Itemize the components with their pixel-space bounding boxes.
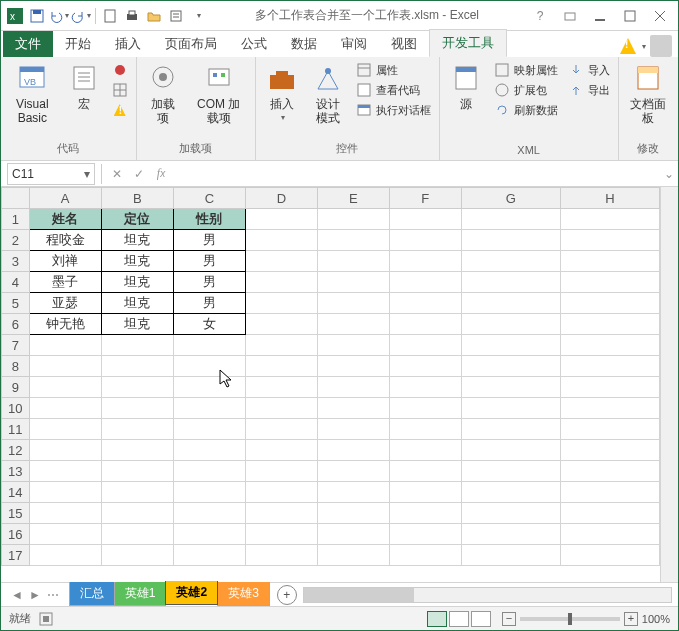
cell[interactable] [560,440,659,461]
cell[interactable] [389,209,461,230]
cell[interactable] [101,419,173,440]
row-header[interactable]: 9 [2,377,30,398]
cell[interactable] [389,272,461,293]
cell[interactable]: 坦克 [101,230,173,251]
cell[interactable] [245,251,317,272]
row-header[interactable]: 5 [2,293,30,314]
open-icon[interactable] [144,6,164,26]
cell[interactable] [101,461,173,482]
record-macro-button[interactable] [110,61,130,79]
sheet-tab-hero2[interactable]: 英雄2 [165,581,218,605]
cell[interactable] [560,524,659,545]
cell[interactable] [317,524,389,545]
col-header[interactable]: A [29,188,101,209]
cell[interactable] [173,440,245,461]
row-header[interactable]: 2 [2,230,30,251]
col-header[interactable]: D [245,188,317,209]
cell[interactable] [389,524,461,545]
visual-basic-button[interactable]: VB Visual Basic [7,61,58,128]
row-header[interactable]: 6 [2,314,30,335]
cell[interactable]: 定位 [101,209,173,230]
col-header[interactable]: G [461,188,560,209]
cell[interactable] [461,377,560,398]
vertical-scrollbar[interactable] [660,187,678,582]
cell[interactable] [560,503,659,524]
zoom-slider[interactable] [520,617,620,621]
horizontal-scrollbar[interactable] [303,587,672,603]
cell[interactable] [29,419,101,440]
cell[interactable] [461,461,560,482]
cell[interactable]: 女 [173,314,245,335]
col-header[interactable]: C [173,188,245,209]
cell[interactable] [317,314,389,335]
import-button[interactable]: 导入 [566,61,612,79]
cell[interactable] [389,377,461,398]
sheet-menu-icon[interactable]: ⋯ [45,588,61,602]
cell[interactable] [560,335,659,356]
tab-view[interactable]: 视图 [379,31,429,57]
tab-review[interactable]: 审阅 [329,31,379,57]
cell[interactable] [560,461,659,482]
zoom-out-button[interactable]: − [502,612,516,626]
cell[interactable] [389,440,461,461]
sheet-next-icon[interactable]: ► [27,588,43,602]
cell[interactable] [560,272,659,293]
user-icon[interactable] [650,35,672,57]
cell[interactable] [245,293,317,314]
row-header[interactable]: 16 [2,524,30,545]
cell[interactable] [29,356,101,377]
run-dialog-button[interactable]: 执行对话框 [354,101,433,119]
cell[interactable] [101,524,173,545]
cell[interactable] [560,356,659,377]
fx-icon[interactable]: fx [150,163,172,185]
cell[interactable]: 程咬金 [29,230,101,251]
cell[interactable] [173,482,245,503]
cell[interactable] [245,209,317,230]
cell[interactable]: 钟无艳 [29,314,101,335]
row-header[interactable]: 12 [2,440,30,461]
tab-formula[interactable]: 公式 [229,31,279,57]
macro-security-button[interactable] [110,101,130,119]
sheet-tab-hero3[interactable]: 英雄3 [217,582,270,606]
cell[interactable] [245,377,317,398]
cell[interactable] [29,377,101,398]
row-header[interactable]: 15 [2,503,30,524]
cell[interactable] [245,524,317,545]
cell[interactable] [461,335,560,356]
cell[interactable] [461,356,560,377]
cell[interactable] [461,545,560,566]
cell[interactable] [560,419,659,440]
view-layout-icon[interactable] [449,611,469,627]
cell[interactable] [245,356,317,377]
cell[interactable] [317,209,389,230]
view-pagebreak-icon[interactable] [471,611,491,627]
cell[interactable] [173,545,245,566]
cell[interactable] [29,461,101,482]
sheet-prev-icon[interactable]: ◄ [9,588,25,602]
cell[interactable]: 坦克 [101,272,173,293]
cell[interactable] [173,356,245,377]
cell[interactable] [560,209,659,230]
tab-layout[interactable]: 页面布局 [153,31,229,57]
warning-dropdown-icon[interactable]: ▾ [642,42,646,51]
cell[interactable] [29,545,101,566]
cell[interactable] [560,230,659,251]
close-icon[interactable] [646,6,674,26]
tab-insert[interactable]: 插入 [103,31,153,57]
cell[interactable] [389,230,461,251]
row-header[interactable]: 7 [2,335,30,356]
cell[interactable] [317,293,389,314]
cell[interactable] [173,503,245,524]
cell[interactable]: 男 [173,272,245,293]
cell[interactable] [29,335,101,356]
save-icon[interactable] [27,6,47,26]
ribbon-options-icon[interactable] [556,6,584,26]
select-all-corner[interactable] [2,188,30,209]
cell[interactable] [461,230,560,251]
insert-control-button[interactable]: 插入▾ [262,61,302,125]
cell[interactable] [560,293,659,314]
cell[interactable] [101,398,173,419]
doc-panel-button[interactable]: 文档面板 [625,61,672,128]
cell[interactable]: 刘禅 [29,251,101,272]
cell[interactable] [389,251,461,272]
